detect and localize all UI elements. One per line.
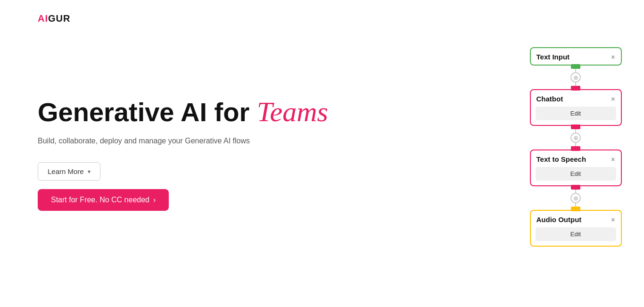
learn-more-label: Learn More <box>48 167 84 175</box>
flow-node-audio-output: Audio Output × Edit <box>530 210 622 247</box>
connector-bottom-chatbot <box>571 124 580 129</box>
node-label-text-input: Text Input <box>537 53 570 61</box>
flow-node-chatbot: Chatbot × Edit <box>530 89 622 126</box>
node-close-audio[interactable]: × <box>611 216 615 223</box>
connector-circle-1: ⊗ <box>570 72 581 83</box>
node-edit-audio[interactable]: Edit <box>536 227 616 241</box>
node-header-text-input: Text Input × <box>531 48 621 65</box>
node-label-chatbot: Chatbot <box>537 95 563 103</box>
node-edit-tts[interactable]: Edit <box>536 167 616 181</box>
flow-node-text-to-speech: Text to Speech × Edit <box>530 149 622 186</box>
flow-diagram: Text Input × ⊗ Chatbot × Edit ⊗ Text to … <box>512 0 644 307</box>
logo-gur: GUR <box>48 13 70 24</box>
start-free-button[interactable]: Start for Free. No CC needed › <box>38 189 169 211</box>
hero-title-cursive: Teams <box>257 96 328 127</box>
node-close-tts[interactable]: × <box>611 156 615 163</box>
start-free-label: Start for Free. No CC needed <box>51 196 149 204</box>
hero-subtitle: Build, collaborate, deploy and manage yo… <box>38 137 474 145</box>
connector-bottom-tts <box>571 185 580 190</box>
connector-top-tts <box>571 146 580 151</box>
chevron-down-icon: ▾ <box>88 168 91 175</box>
node-edit-chatbot[interactable]: Edit <box>536 107 616 120</box>
learn-more-button[interactable]: Learn More ▾ <box>38 162 100 181</box>
connector-circle-2: ⊗ <box>570 133 581 143</box>
connector-circle-3: ⊗ <box>570 193 581 203</box>
flow-node-text-input: Text Input × <box>530 47 622 66</box>
node-close-text-input[interactable]: × <box>611 54 615 60</box>
logo: AIGUR <box>38 13 70 24</box>
node-label-audio: Audio Output <box>537 216 582 224</box>
connector-top-audio <box>571 207 580 211</box>
node-header-audio: Audio Output × <box>531 211 621 227</box>
hero-section: Generative AI for Teams Build, collabora… <box>0 0 512 307</box>
connector-top-chatbot <box>571 86 580 91</box>
node-close-chatbot[interactable]: × <box>611 96 615 102</box>
hero-title: Generative AI for Teams <box>38 96 474 127</box>
logo-ai: AI <box>38 13 48 24</box>
node-header-tts: Text to Speech × <box>531 150 621 167</box>
connector-bottom-text-input <box>571 64 580 69</box>
node-header-chatbot: Chatbot × <box>531 90 621 107</box>
hero-title-part1: Generative AI for <box>38 97 257 127</box>
node-label-tts: Text to Speech <box>537 155 586 163</box>
arrow-right-icon: › <box>153 196 156 204</box>
